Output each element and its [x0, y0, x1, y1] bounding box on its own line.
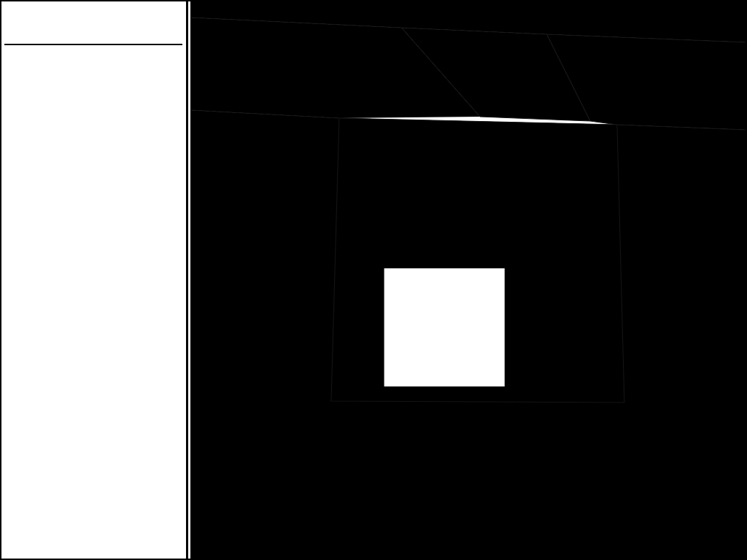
legend-sidebar: [1, 1, 188, 559]
model-canvas[interactable]: [190, 1, 746, 559]
3dec-application-window: [0, 0, 747, 560]
model-view[interactable]: [190, 1, 746, 559]
tunnel-void: [384, 268, 505, 386]
divider-line: [4, 44, 182, 45]
tunnel-excavation: [331, 118, 624, 402]
